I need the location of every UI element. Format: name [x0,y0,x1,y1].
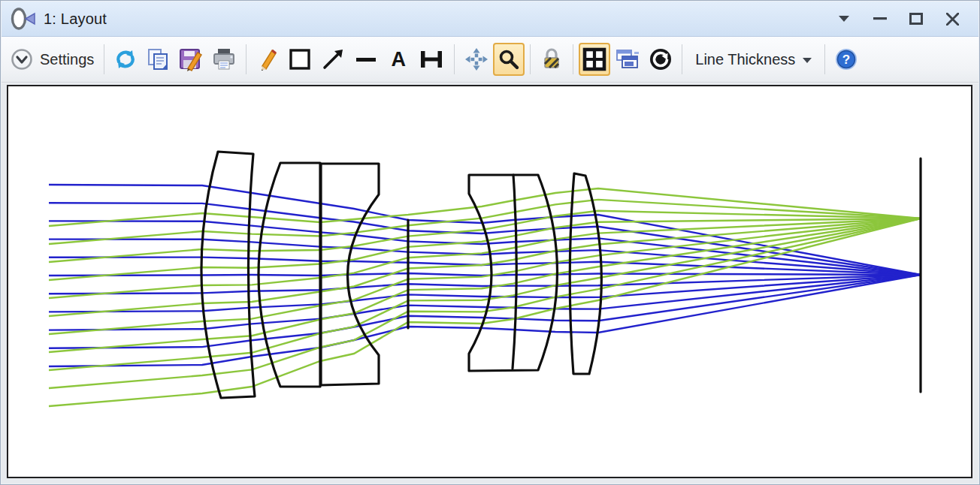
toolbar-separator [682,44,682,74]
toolbar-separator [104,44,104,74]
split-window-icon [582,47,606,71]
print-button[interactable] [207,43,240,76]
cascade-windows-icon [614,47,641,71]
update-button[interactable] [110,43,141,76]
window-controls [831,8,965,30]
toolbar-separator [573,44,573,74]
settings-label: Settings [40,51,94,68]
copy-button[interactable] [141,43,174,76]
minimize-icon [873,17,887,20]
on-axis-field-bundle-ray [49,273,921,276]
copy-clipboard-icon [145,47,171,71]
lens-4-cemented-doublet [469,175,558,371]
toolbar-separator [530,44,531,74]
line-thickness-label: Line Thickness [695,51,795,68]
settings-button[interactable]: Settings [6,43,98,76]
maximize-button[interactable] [903,8,929,30]
window-body [2,83,978,483]
toolbar-separator [246,44,247,74]
line-thickness-dropdown[interactable]: Line Thickness [688,43,819,76]
reset-view-button[interactable] [645,43,676,76]
split-window-button[interactable] [579,43,610,76]
line-tool-button[interactable] [349,43,383,76]
zoom-icon [497,47,521,71]
rectangle-annotate-icon [287,47,313,72]
reset-view-icon [649,47,673,71]
minimize-button[interactable] [867,8,893,30]
arrow-tool-button[interactable] [316,43,349,76]
help-button[interactable]: ? [830,43,862,76]
print-icon [211,47,237,71]
title-bar: 1: Layout [2,2,978,37]
update-refresh-icon [113,47,138,71]
zoom-button[interactable] [493,43,525,76]
pencil-annotate-icon [256,47,280,71]
rectangle-tool-button[interactable] [283,43,316,76]
settings-chevron-icon [11,48,33,71]
layout-plot-area[interactable] [7,85,972,478]
layout-window: 1: Layout [0,0,980,485]
lock-button[interactable] [536,43,567,76]
save-button[interactable] [174,43,207,76]
line-annotate-icon [353,47,379,72]
arrow-annotate-icon [320,47,346,72]
maximize-icon [909,13,923,25]
text-tool-button[interactable]: A [383,43,414,76]
dimension-tool-button[interactable] [414,43,449,76]
toolbar-separator [824,44,825,74]
save-icon [178,47,204,71]
dimension-annotate-icon [418,47,445,72]
window-menu-button[interactable] [831,8,857,30]
text-annotate-icon: A [392,50,407,70]
svg-text:?: ? [842,53,850,67]
window-title: 1: Layout [44,11,107,28]
pan-button[interactable] [460,43,493,76]
help-icon: ? [834,47,858,71]
toolbar-separator [454,44,455,74]
pencil-tool-button[interactable] [252,43,283,76]
layout-window-icon [9,6,39,32]
lock-icon [540,47,563,71]
chevron-down-icon [803,58,812,63]
window-menu-icon [838,15,850,23]
pan-icon [464,47,489,72]
layout-canvas [8,86,971,477]
toolbar: Settings [2,37,978,83]
cascade-windows-button[interactable] [610,43,645,76]
close-button[interactable] [939,8,965,30]
close-icon [946,13,959,26]
